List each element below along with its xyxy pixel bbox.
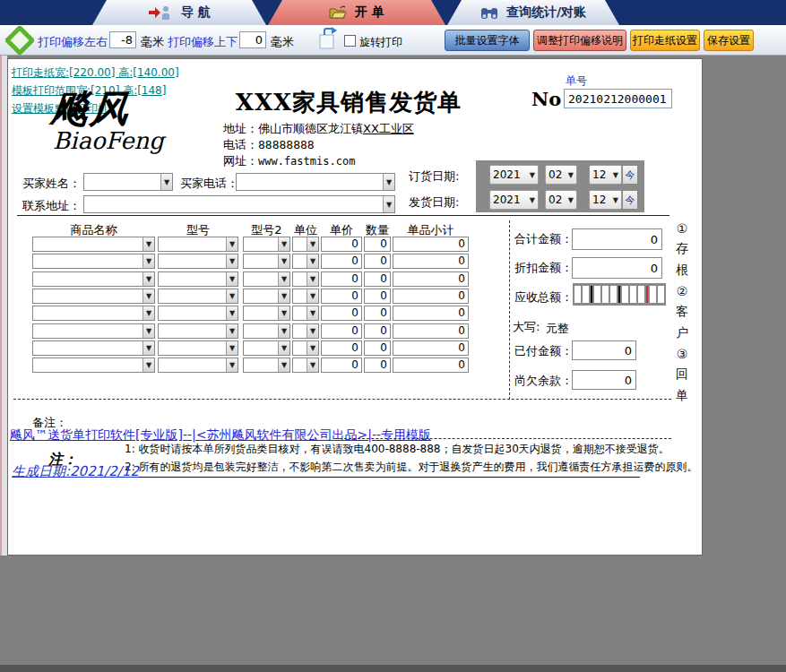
ship-day-select[interactable]: 12▼ — [589, 190, 622, 210]
item-combo[interactable]: ▼ — [32, 254, 155, 269]
item-value-cell[interactable]: 0 — [364, 271, 391, 287]
item-combo[interactable]: ▼ — [243, 254, 290, 269]
item-value-cell[interactable]: 0 — [321, 306, 362, 321]
batch-font-button[interactable]: 批量设置字体 — [445, 30, 530, 51]
item-value-cell[interactable]: 0 — [393, 340, 469, 356]
item-value-cell[interactable]: 0 — [321, 254, 362, 269]
item-combo[interactable]: ▼ — [158, 323, 238, 339]
item-combo[interactable]: ▼ — [292, 254, 319, 269]
item-combo[interactable]: ▼ — [158, 237, 238, 252]
item-value-cell[interactable]: 0 — [393, 254, 469, 269]
item-combo[interactable]: ▼ — [292, 340, 319, 356]
item-combo[interactable]: ▼ — [32, 237, 155, 252]
chevron-down-icon: ▼ — [278, 324, 289, 338]
buyer-phone-combo[interactable]: ▼ — [236, 173, 395, 191]
paid-amount-input[interactable]: 0 — [572, 340, 636, 360]
item-value-cell[interactable]: 0 — [393, 237, 469, 252]
item-combo[interactable]: ▼ — [32, 358, 155, 373]
money-digit-cell — [583, 286, 589, 303]
chevron-down-icon: ▼ — [143, 341, 154, 355]
item-value-cell[interactable]: 0 — [321, 271, 362, 287]
money-digit-cell — [638, 286, 644, 303]
tab-navigation[interactable]: 导 航 — [92, 0, 266, 25]
invoice-title: XXX家具销售发货单 — [212, 87, 485, 118]
order-date-label: 订货日期: — [409, 168, 459, 185]
item-value-cell[interactable]: 0 — [393, 358, 469, 373]
paper-feed-setting-button[interactable]: 打印走纸设置 — [630, 30, 700, 51]
item-value-cell[interactable]: 0 — [321, 289, 362, 304]
item-combo[interactable]: ▼ — [32, 289, 155, 304]
item-value-cell[interactable]: 0 — [393, 306, 469, 321]
item-combo[interactable]: ▼ — [243, 306, 290, 321]
item-value-cell[interactable]: 0 — [321, 323, 362, 339]
item-combo[interactable]: ▼ — [243, 323, 290, 339]
item-combo[interactable]: ▼ — [158, 358, 238, 373]
item-value-cell[interactable]: 0 — [393, 323, 469, 339]
tab-billing[interactable]: 开 单 — [268, 0, 445, 25]
item-combo[interactable]: ▼ — [243, 358, 290, 373]
copy-num-1: ① — [677, 221, 688, 236]
chevron-down-icon: ▼ — [307, 358, 318, 372]
discount-amount-input[interactable]: 0 — [572, 257, 662, 279]
chevron-down-icon: ▼ — [568, 171, 574, 179]
chevron-down-icon: ▼ — [226, 237, 238, 251]
order-year-select[interactable]: 2021▼ — [489, 165, 539, 185]
ship-year-select[interactable]: 2021▼ — [489, 190, 539, 210]
order-no-input[interactable] — [564, 89, 672, 108]
item-combo[interactable]: ▼ — [292, 289, 319, 304]
item-combo[interactable]: ▼ — [32, 306, 155, 321]
buyer-name-combo[interactable]: ▼ — [83, 173, 173, 191]
contact-addr-combo[interactable]: ▼ — [83, 195, 395, 213]
item-combo[interactable]: ▼ — [243, 271, 290, 287]
total-amount-input[interactable]: 0 — [572, 228, 662, 250]
item-combo[interactable]: ▼ — [243, 237, 290, 252]
item-combo[interactable]: ▼ — [292, 271, 319, 287]
offset-tb-input[interactable] — [239, 31, 266, 48]
item-combo[interactable]: ▼ — [158, 306, 238, 321]
item-combo[interactable]: ▼ — [158, 289, 238, 304]
paper-size-link[interactable]: 打印走纸宽:[220.00] 高:[140.00] — [12, 65, 179, 81]
order-day-select[interactable]: 12▼ — [589, 165, 622, 185]
item-value-cell[interactable]: 0 — [321, 340, 362, 356]
item-combo[interactable]: ▼ — [158, 271, 238, 287]
paid-amount-label: 已付金额： — [514, 343, 573, 359]
offset-lr-input[interactable] — [109, 31, 136, 48]
money-digit-cell — [594, 286, 600, 303]
date-panel: 2021▼ 02▼ 12▼ 今 2021▼ 02▼ 12▼ 今 — [476, 160, 644, 212]
item-combo[interactable]: ▼ — [292, 237, 319, 252]
item-combo[interactable]: ▼ — [158, 340, 238, 356]
ship-today-button[interactable]: 今 — [622, 190, 638, 210]
item-combo[interactable]: ▼ — [292, 358, 319, 373]
item-value-cell[interactable]: 0 — [364, 254, 391, 269]
item-value-cell[interactable]: 0 — [321, 237, 362, 252]
item-combo[interactable]: ▼ — [32, 340, 155, 356]
generated-date-link[interactable]: 生成日期:2021/2/12 — [12, 463, 139, 480]
chevron-down-icon: ▼ — [278, 358, 289, 372]
save-settings-button[interactable]: 保存设置 — [704, 30, 754, 51]
item-value-cell[interactable]: 0 — [321, 358, 362, 373]
item-value-cell[interactable]: 0 — [364, 306, 391, 321]
order-today-button[interactable]: 今 — [622, 165, 638, 185]
item-value-cell[interactable]: 0 — [364, 237, 391, 252]
chevron-down-icon: ▼ — [383, 174, 394, 190]
item-combo[interactable]: ▼ — [292, 323, 319, 339]
tab-query-stats[interactable]: 查询统计/对账 — [447, 0, 619, 25]
item-combo[interactable]: ▼ — [32, 271, 155, 287]
item-combo[interactable]: ▼ — [32, 323, 155, 339]
phone-line: 电话：88888888 — [223, 137, 315, 153]
rotate-print-checkbox[interactable] — [344, 35, 356, 47]
item-value-cell[interactable]: 0 — [364, 323, 391, 339]
item-combo[interactable]: ▼ — [243, 289, 290, 304]
item-value-cell[interactable]: 0 — [393, 271, 469, 287]
ship-month-select[interactable]: 02▼ — [545, 190, 577, 210]
item-value-cell[interactable]: 0 — [393, 289, 469, 304]
item-combo[interactable]: ▼ — [292, 306, 319, 321]
item-combo[interactable]: ▼ — [243, 340, 290, 356]
item-combo[interactable]: ▼ — [158, 254, 238, 269]
adjust-offset-help-button[interactable]: 调整打印偏移说明 — [533, 30, 626, 51]
item-value-cell[interactable]: 0 — [364, 340, 391, 356]
order-month-select[interactable]: 02▼ — [545, 165, 577, 185]
balance-input[interactable]: 0 — [572, 370, 636, 390]
item-value-cell[interactable]: 0 — [364, 358, 391, 373]
item-value-cell[interactable]: 0 — [364, 289, 391, 304]
